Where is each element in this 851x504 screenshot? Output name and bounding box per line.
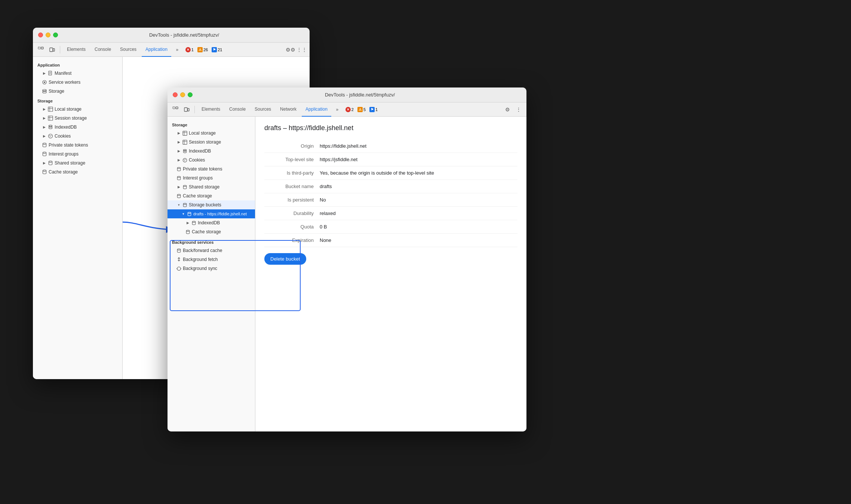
- back-overflow-button[interactable]: »: [173, 45, 182, 54]
- back-storage-item[interactable]: Storage: [33, 87, 122, 96]
- devtools-front-window: DevTools - jsfiddle.net/5tmpfuzv/ Elemen…: [168, 87, 526, 431]
- front-ig-item[interactable]: Interest groups: [168, 173, 255, 182]
- svg-point-50: [177, 249, 180, 250]
- front-storage-buckets-item[interactable]: Storage buckets: [168, 200, 255, 209]
- front-ig-label: Interest groups: [183, 175, 213, 181]
- front-title-bar: DevTools - jsfiddle.net/5tmpfuzv/: [168, 87, 526, 102]
- back-sw-label: Service workers: [49, 80, 80, 85]
- front-drafts-arrow: [181, 212, 185, 216]
- front-indexeddb-item[interactable]: IndexedDB: [168, 147, 255, 156]
- front-bfc-label: Back/forward cache: [183, 248, 222, 253]
- back-pst-label: Private state tokens: [49, 142, 88, 148]
- svg-rect-14: [48, 116, 53, 120]
- back-tab-elements[interactable]: Elements: [63, 43, 89, 57]
- back-device-icon[interactable]: [47, 45, 57, 55]
- front-durability-label: Durability: [264, 207, 317, 220]
- front-local-storage-item[interactable]: Local storage: [168, 129, 255, 138]
- front-maximize-button[interactable]: [188, 92, 193, 97]
- back-service-workers-item[interactable]: Service workers: [33, 78, 122, 87]
- front-durability-value: relaxed: [317, 207, 517, 220]
- svg-rect-0: [38, 47, 40, 49]
- front-toplevel-row: Top-level site https://jsfiddle.net: [264, 153, 517, 166]
- front-device-icon[interactable]: [182, 105, 191, 114]
- back-more-icon[interactable]: ⋮: [297, 45, 307, 55]
- back-toolbar-sep: [60, 46, 60, 53]
- front-cache-storage-item[interactable]: Cache storage: [168, 191, 255, 200]
- svg-rect-2: [50, 48, 53, 52]
- front-panel-title: drafts – https://fiddle.jshell.net: [264, 124, 517, 132]
- front-more-icon[interactable]: ⋮: [514, 105, 523, 114]
- back-idb-label: IndexedDB: [55, 125, 77, 130]
- front-child-cache-label: Cache storage: [192, 229, 221, 234]
- front-minimize-button[interactable]: [180, 92, 185, 97]
- back-manifest-icon: [48, 71, 53, 76]
- back-idb-arrow: [42, 125, 46, 129]
- back-settings-icon[interactable]: ⚙: [286, 45, 295, 55]
- back-indexeddb-item[interactable]: IndexedDB: [33, 123, 122, 132]
- back-private-state-item[interactable]: Private state tokens: [33, 141, 122, 150]
- front-tab-console[interactable]: Console: [225, 102, 249, 117]
- front-right-panel: drafts – https://fiddle.jshell.net Origi…: [255, 117, 526, 431]
- back-shst-arrow: [42, 161, 46, 165]
- delete-bucket-button[interactable]: Delete bucket: [264, 253, 306, 265]
- front-idb-arrow: [176, 149, 181, 153]
- back-maximize-button[interactable]: [53, 33, 58, 37]
- front-shst-icon: [182, 185, 187, 190]
- svg-marker-51: [181, 268, 181, 269]
- back-ig-label: Interest groups: [49, 151, 79, 157]
- front-child-idb-item[interactable]: IndexedDB: [168, 218, 255, 227]
- front-error-icon: ✕: [345, 107, 351, 112]
- front-bucketname-value: drafts: [317, 180, 517, 193]
- back-inspect-icon[interactable]: [36, 45, 46, 55]
- front-devtools-body: Storage Local storage Session storage: [168, 117, 526, 431]
- back-minimize-button[interactable]: [46, 33, 50, 37]
- back-cookies-item[interactable]: Cookies: [33, 132, 122, 141]
- front-tab-elements[interactable]: Elements: [198, 102, 224, 117]
- front-close-button[interactable]: [173, 92, 178, 97]
- svg-rect-29: [184, 108, 187, 111]
- front-sb-arrow: [176, 203, 181, 207]
- back-manifest-item[interactable]: Manifest: [33, 69, 122, 78]
- front-origin-row: Origin https://fiddle.jshell.net: [264, 139, 517, 153]
- back-tab-application[interactable]: Application: [142, 43, 171, 57]
- back-shared-storage-item[interactable]: Shared storage: [33, 159, 122, 168]
- front-tab-network[interactable]: Network: [276, 102, 300, 117]
- front-pst-item[interactable]: Private state tokens: [168, 165, 255, 173]
- front-bfcache-item[interactable]: Back/forward cache: [168, 246, 255, 255]
- back-local-storage-item[interactable]: Local storage: [33, 105, 122, 114]
- front-session-storage-item[interactable]: Session storage: [168, 138, 255, 147]
- back-error-badge: ✕ 1: [185, 47, 194, 52]
- front-bg-sync-item[interactable]: Background sync: [168, 264, 255, 273]
- front-inspect-icon[interactable]: [170, 105, 180, 114]
- front-tab-application[interactable]: Application: [302, 102, 331, 117]
- front-bg-fetch-item[interactable]: Background fetch: [168, 255, 255, 264]
- back-session-storage-item[interactable]: Session storage: [33, 114, 122, 123]
- back-close-button[interactable]: [38, 33, 43, 37]
- back-ig-icon: [42, 151, 47, 157]
- back-interest-groups-item[interactable]: Interest groups: [33, 150, 122, 159]
- front-overflow-button[interactable]: »: [333, 105, 342, 114]
- back-cs-icon: [42, 169, 47, 175]
- front-bucketname-label: Bucket name: [264, 180, 317, 193]
- front-child-idb-arrow: [185, 221, 190, 225]
- front-child-idb-label: IndexedDB: [198, 220, 220, 225]
- front-cookies-item[interactable]: Cookies: [168, 156, 255, 165]
- front-warn-icon: ⚠: [357, 107, 363, 112]
- back-storage-icon: [42, 89, 47, 94]
- back-flag-badge: ⚑ 21: [212, 47, 222, 52]
- back-cookies-icon: [48, 133, 53, 139]
- front-tab-sources[interactable]: Sources: [251, 102, 275, 117]
- front-cs-label: Cache storage: [183, 193, 212, 199]
- front-drafts-icon: [187, 212, 192, 216]
- front-sb-icon: [182, 203, 187, 208]
- back-tab-console[interactable]: Console: [91, 43, 115, 57]
- front-ig-icon: [176, 176, 181, 181]
- front-child-cache-item[interactable]: Cache storage: [168, 227, 255, 236]
- back-tab-sources[interactable]: Sources: [116, 43, 140, 57]
- front-drafts-item[interactable]: drafts - https://fiddle.jshell.net: [168, 209, 255, 218]
- front-shared-storage-item[interactable]: Shared storage: [168, 182, 255, 191]
- front-settings-icon[interactable]: ⚙: [503, 105, 512, 114]
- front-quota-label: Quota: [264, 220, 317, 234]
- back-cache-storage-item[interactable]: Cache storage: [33, 168, 122, 176]
- front-flag-icon: ⚑: [369, 107, 375, 112]
